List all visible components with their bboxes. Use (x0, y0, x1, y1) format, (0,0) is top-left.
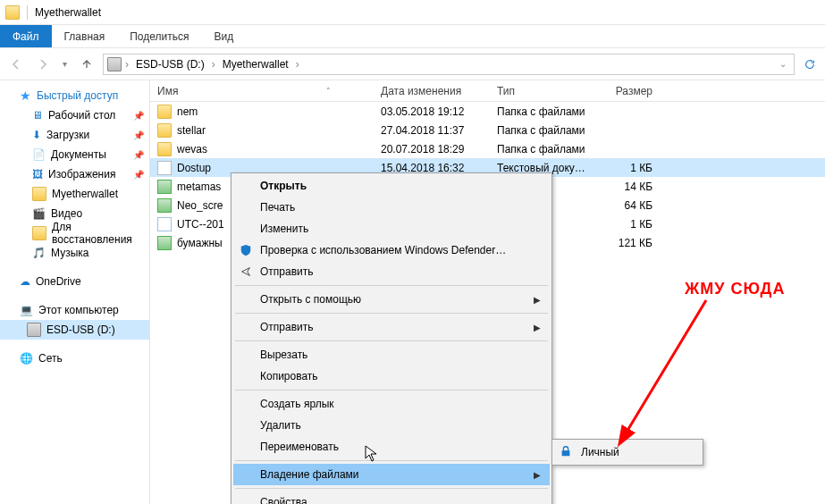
pc-icon: 💻 (20, 304, 33, 316)
file-name: wevas (177, 143, 207, 155)
onedrive-icon: ☁ (20, 275, 30, 288)
table-row[interactable]: wevas20.07.2018 18:29Папка с файлами (150, 139, 825, 158)
file-date: 20.07.2018 18:29 (374, 143, 490, 155)
sidebar-onedrive[interactable]: ☁ OneDrive (0, 272, 149, 291)
submenu-personal[interactable]: Личный (554, 441, 701, 463)
sidebar-drive-esd[interactable]: ESD-USB (D:) (0, 320, 149, 340)
ctx-edit[interactable]: Изменить (233, 218, 550, 239)
sidebar-item-music[interactable]: 🎵 Музыка (0, 243, 149, 263)
ctx-sendto-1[interactable]: Отправить (233, 261, 550, 282)
sidebar-item-recovery[interactable]: Для восстановления (0, 223, 149, 243)
column-header-size[interactable]: Размер (597, 85, 660, 97)
chevron-right-icon: › (210, 58, 217, 71)
menu-separator (235, 285, 548, 286)
sidebar-label: Сеть (38, 352, 63, 365)
sidebar-nav: ★ Быстрый доступ 🖥 Рабочий стол 📌 ⬇ Загр… (0, 80, 150, 504)
sidebar-network[interactable]: 🌐 Сеть (0, 349, 149, 368)
ctx-sendto-2[interactable]: Отправить ▶ (233, 316, 550, 338)
sidebar-item-label: Рабочий стол (48, 109, 115, 122)
ctx-defender[interactable]: Проверка с использованием Windows Defend… (233, 239, 550, 261)
ctx-label: Открыть с помощью (260, 293, 361, 306)
pin-icon: 📌 (133, 170, 144, 180)
ctx-rename[interactable]: Переименовать (233, 436, 550, 458)
sidebar-item-label: Музыка (51, 247, 88, 259)
breadcrumb-seg-drive[interactable]: ESD-USB (D:) (132, 58, 208, 71)
submenu-arrow-icon: ▶ (534, 323, 541, 332)
sidebar-item-downloads[interactable]: ⬇ Загрузки 📌 (0, 125, 149, 145)
tab-share[interactable]: Поделиться (117, 25, 201, 47)
sidebar-item-myetherwallet[interactable]: Myetherwallet (0, 184, 149, 204)
nav-history-chevron[interactable]: ▾ (59, 59, 71, 69)
sort-indicator-icon: ˄ (326, 87, 366, 96)
star-icon: ★ (20, 89, 31, 102)
ctx-print[interactable]: Печать (233, 197, 550, 218)
file-name: nem (177, 105, 198, 118)
file-icon (157, 123, 172, 138)
lock-icon (560, 445, 574, 459)
column-header-type[interactable]: Тип (490, 85, 597, 97)
file-size: 1 КБ (597, 162, 660, 174)
sidebar-this-pc[interactable]: 💻 Этот компьютер (0, 300, 149, 320)
address-bar-row: ▾ › ESD-USB (D:) › Myetherwallet › ⌄ (0, 48, 825, 80)
file-type: Папка с файлами (490, 124, 597, 137)
menu-separator (235, 390, 548, 391)
ctx-open-with[interactable]: Открыть с помощью ▶ (233, 289, 550, 310)
sidebar-item-pictures[interactable]: 🖼 Изображения 📌 (0, 164, 149, 184)
sidebar-item-desktop[interactable]: 🖥 Рабочий стол 📌 (0, 105, 149, 125)
column-header-name[interactable]: Имя ˄ (150, 85, 374, 97)
sidebar-item-documents[interactable]: 📄 Документы 📌 (0, 145, 149, 164)
breadcrumb-seg-folder[interactable]: Myetherwallet (219, 58, 292, 71)
nav-up-button[interactable] (76, 54, 97, 75)
breadcrumb[interactable]: › ESD-USB (D:) › Myetherwallet › ⌄ (103, 54, 795, 75)
file-icon (157, 142, 172, 156)
table-row[interactable]: stellar27.04.2018 11:37Папка с файлами (150, 121, 825, 139)
folder-icon (32, 187, 46, 201)
download-icon: ⬇ (32, 129, 41, 141)
tab-file[interactable]: Файл (0, 25, 52, 47)
tab-home[interactable]: Главная (52, 25, 118, 47)
drive-icon (27, 323, 41, 337)
nav-back-button[interactable] (5, 54, 27, 75)
file-name: UTC--201 (177, 218, 224, 231)
sidebar-label: ESD-USB (D:) (46, 323, 115, 336)
file-size: 64 КБ (597, 199, 660, 212)
file-name: бумажны (177, 237, 223, 249)
separator (27, 5, 28, 20)
ctx-copy[interactable]: Копировать (233, 365, 550, 387)
refresh-button[interactable] (800, 58, 820, 71)
column-header-date[interactable]: Дата изменения (374, 85, 490, 97)
video-icon: 🎬 (32, 207, 46, 220)
ctx-cut[interactable]: Вырезать (233, 344, 550, 365)
ribbon: Файл Главная Поделиться Вид (0, 25, 825, 48)
nav-forward-button[interactable] (32, 54, 54, 75)
file-name: metamas (177, 181, 221, 193)
file-icon (157, 161, 172, 175)
ctx-shortcut[interactable]: Создать ярлык (233, 393, 550, 415)
column-headers: Имя ˄ Дата изменения Тип Размер (150, 80, 825, 102)
ctx-open[interactable]: Открыть (233, 175, 550, 197)
share-icon (239, 265, 253, 279)
ctx-delete[interactable]: Удалить (233, 415, 550, 436)
sidebar-quick-access[interactable]: ★ Быстрый доступ (0, 86, 149, 105)
ctx-label: Отправить (260, 321, 314, 333)
submenu-label: Личный (581, 446, 619, 458)
pin-icon: 📌 (133, 111, 144, 121)
ctx-label: Владение файлами (260, 468, 359, 481)
table-row[interactable]: nem03.05.2018 19:12Папка с файлами (150, 102, 825, 121)
window-folder-icon (5, 5, 20, 20)
music-icon: 🎵 (32, 247, 46, 259)
svg-rect-0 (562, 450, 570, 456)
pin-icon: 📌 (133, 130, 144, 140)
network-icon: 🌐 (20, 352, 33, 365)
file-size: 14 КБ (597, 181, 660, 193)
chevron-right-icon: › (123, 58, 130, 71)
ctx-properties[interactable]: Свойства (233, 491, 550, 504)
sidebar-label: Этот компьютер (38, 304, 119, 316)
ctx-ownership[interactable]: Владение файлами ▶ (233, 464, 550, 485)
sidebar-label: OneDrive (36, 275, 81, 288)
drive-icon (107, 57, 122, 71)
breadcrumb-dropdown[interactable]: ⌄ (776, 59, 790, 69)
tab-view[interactable]: Вид (201, 25, 246, 47)
menu-separator (235, 488, 548, 489)
sidebar-item-label: Для восстановления (52, 221, 142, 246)
